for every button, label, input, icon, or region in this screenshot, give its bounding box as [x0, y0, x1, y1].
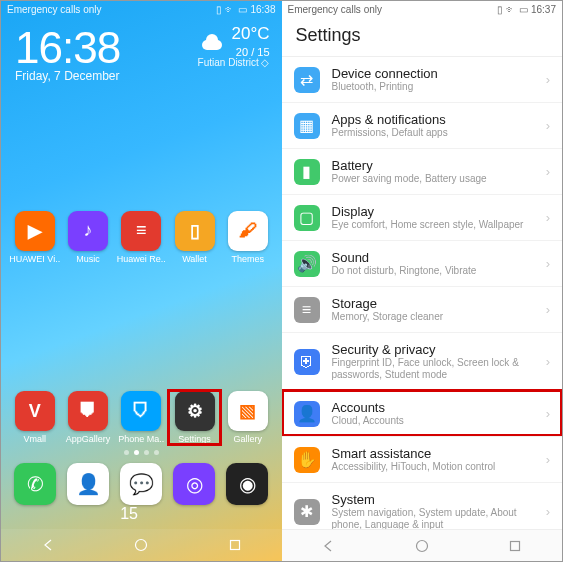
app-vmall[interactable]: VVmall: [9, 391, 60, 444]
app-label: Phone Ma..: [118, 434, 164, 444]
nav-home-button[interactable]: [407, 536, 437, 556]
app-gallery[interactable]: ▧Gallery: [222, 391, 273, 444]
nav-back-button[interactable]: [33, 535, 63, 555]
dock: ✆👤💬15◎◉: [1, 459, 282, 529]
app-icon: V: [15, 391, 55, 431]
chevron-right-icon: ›: [546, 256, 550, 271]
chevron-right-icon: ›: [546, 118, 550, 133]
dock-messages[interactable]: 💬15: [120, 463, 162, 523]
page-indicator[interactable]: [1, 444, 282, 459]
nav-home-button[interactable]: [126, 535, 156, 555]
row-title: Sound: [332, 250, 534, 265]
row-title: Smart assistance: [332, 446, 534, 461]
row-subtitle: Cloud, Accounts: [332, 415, 534, 427]
weather-location: Futian District ◇: [198, 57, 270, 68]
badge: 15: [120, 505, 162, 523]
row-text: Apps & notificationsPermissions, Default…: [332, 112, 534, 139]
settings-row-system[interactable]: ✱SystemSystem navigation, System update,…: [282, 482, 563, 529]
row-icon: 🔊: [294, 251, 320, 277]
nav-recent-button[interactable]: [500, 536, 530, 556]
status-time: 16:38: [250, 4, 275, 15]
row-text: Security & privacyFingerprint ID, Face u…: [332, 342, 534, 381]
settings-row-display[interactable]: ▢DisplayEye comfort, Home screen style, …: [282, 194, 563, 240]
row-title: Accounts: [332, 400, 534, 415]
weather-widget[interactable]: 20°C 20 / 15: [200, 23, 270, 59]
dock-browser[interactable]: ◎: [173, 463, 215, 523]
app-label: Music: [76, 254, 100, 264]
settings-row-battery[interactable]: ▮BatteryPower saving mode, Battery usage…: [282, 148, 563, 194]
row-icon: ✋: [294, 447, 320, 473]
dock-camera[interactable]: ◉: [226, 463, 268, 523]
row-title: System: [332, 492, 534, 507]
browser-icon: ◎: [173, 463, 215, 505]
dock-phone[interactable]: ✆: [14, 463, 56, 523]
app-appgallery[interactable]: ⛊AppGallery: [62, 391, 113, 444]
vibrate-icon: ▯: [216, 4, 222, 15]
app-label: Gallery: [234, 434, 263, 444]
svg-point-0: [136, 540, 147, 551]
wifi-icon: ᯤ: [225, 4, 235, 15]
app-icon: ▯: [175, 211, 215, 251]
row-title: Storage: [332, 296, 534, 311]
svg-rect-3: [511, 541, 520, 550]
row-subtitle: Memory, Storage cleaner: [332, 311, 534, 323]
settings-row-storage[interactable]: ≡StorageMemory, Storage cleaner›: [282, 286, 563, 332]
settings-row-accounts[interactable]: 👤AccountsCloud, Accounts›: [282, 390, 563, 436]
chevron-right-icon: ›: [546, 302, 550, 317]
row-text: Device connectionBluetooth, Printing: [332, 66, 534, 93]
row-text: StorageMemory, Storage cleaner: [332, 296, 534, 323]
app-phone-ma-[interactable]: ⛉Phone Ma..: [116, 391, 167, 444]
app-huawei-vi-[interactable]: ▶HUAWEI Vi..: [9, 211, 60, 264]
settings-row-sound[interactable]: 🔊SoundDo not disturb, Ringtone, Vibrate›: [282, 240, 563, 286]
row-text: SystemSystem navigation, System update, …: [332, 492, 534, 529]
clock-date: Friday, 7 December: [15, 69, 268, 83]
chevron-right-icon: ›: [546, 72, 550, 87]
svg-rect-1: [230, 541, 239, 550]
app-wallet[interactable]: ▯Wallet: [169, 211, 220, 264]
app-music[interactable]: ♪Music: [62, 211, 113, 264]
battery-icon: ▭: [519, 4, 528, 15]
nav-back-button[interactable]: [313, 536, 343, 556]
page-title: Settings: [282, 17, 563, 56]
row-subtitle: Eye comfort, Home screen style, Wallpape…: [332, 219, 534, 231]
settings-row-security-privacy[interactable]: ⛨Security & privacyFingerprint ID, Face …: [282, 332, 563, 390]
app-icon: ⚙: [175, 391, 215, 431]
app-settings[interactable]: ⚙Settings: [169, 391, 220, 444]
app-huawei-re-[interactable]: ≡Huawei Re..: [116, 211, 167, 264]
row-title: Battery: [332, 158, 534, 173]
settings-row-device-connection[interactable]: ⇄Device connectionBluetooth, Printing›: [282, 56, 563, 102]
row-icon: 👤: [294, 401, 320, 427]
row-icon: ▮: [294, 159, 320, 185]
status-time: 16:37: [531, 4, 556, 15]
row-subtitle: Accessibility, HiTouch, Motion control: [332, 461, 534, 473]
app-themes[interactable]: 🖌Themes: [222, 211, 273, 264]
nav-recent-button[interactable]: [220, 535, 250, 555]
status-icons: ▯ ᯤ ▭ 16:37: [497, 4, 556, 15]
row-subtitle: Do not disturb, Ringtone, Vibrate: [332, 265, 534, 277]
settings-screen: Emergency calls only ▯ ᯤ ▭ 16:37 Setting…: [282, 1, 563, 561]
status-text: Emergency calls only: [7, 4, 101, 15]
app-label: Vmall: [23, 434, 46, 444]
chevron-right-icon: ›: [546, 210, 550, 225]
row-title: Display: [332, 204, 534, 219]
contacts-icon: 👤: [67, 463, 109, 505]
settings-row-smart-assistance[interactable]: ✋Smart assistanceAccessibility, HiTouch,…: [282, 436, 563, 482]
chevron-right-icon: ›: [546, 452, 550, 467]
app-label: Wallet: [182, 254, 207, 264]
chevron-right-icon: ›: [546, 406, 550, 421]
chevron-right-icon: ›: [546, 504, 550, 519]
status-icons: ▯ ᯤ ▭ 16:38: [216, 4, 275, 15]
row-text: AccountsCloud, Accounts: [332, 400, 534, 427]
statusbar-left: Emergency calls only ▯ ᯤ ▭ 16:38: [1, 1, 282, 17]
status-text: Emergency calls only: [288, 4, 382, 15]
camera-icon: ◉: [226, 463, 268, 505]
row-icon: ⛨: [294, 349, 320, 375]
row-text: SoundDo not disturb, Ringtone, Vibrate: [332, 250, 534, 277]
svg-point-2: [416, 540, 427, 551]
app-label: Themes: [232, 254, 265, 264]
row-icon: ≡: [294, 297, 320, 323]
dock-contacts[interactable]: 👤: [67, 463, 109, 523]
settings-row-apps-notifications[interactable]: ▦Apps & notificationsPermissions, Defaul…: [282, 102, 563, 148]
settings-list[interactable]: ⇄Device connectionBluetooth, Printing›▦A…: [282, 56, 563, 529]
row-title: Apps & notifications: [332, 112, 534, 127]
